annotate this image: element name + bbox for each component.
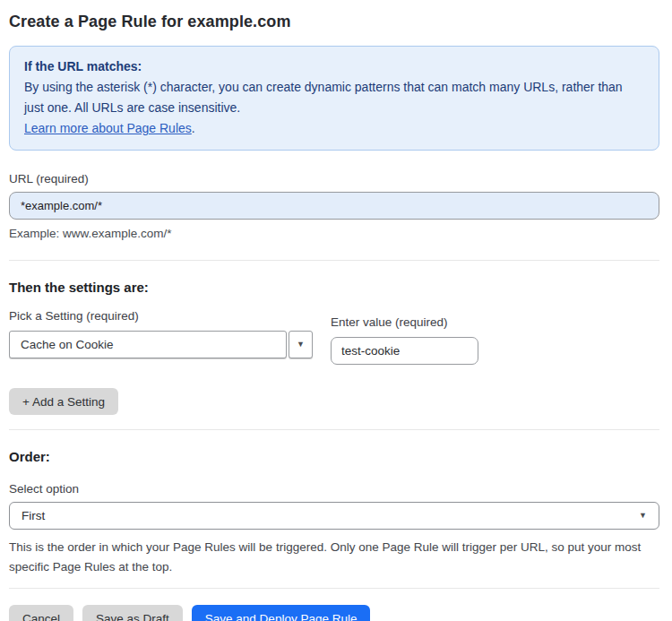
setting-value-column: Enter value (required) [331, 315, 478, 365]
learn-more-link[interactable]: Learn more about Page Rules [24, 121, 192, 135]
order-select-label: Select option [9, 482, 659, 496]
link-suffix: . [192, 121, 195, 135]
order-selected-option: First [22, 509, 45, 522]
chevron-down-icon: ▼ [639, 512, 647, 520]
setting-picker-dropdown[interactable]: Cache on Cookie ▼ [9, 331, 313, 358]
settings-row: Pick a Setting (required) Cache on Cooki… [9, 309, 659, 365]
url-example-text: Example: www.example.com/* [9, 227, 659, 240]
form-actions: Cancel Save as Draft Save and Deploy Pag… [9, 605, 659, 621]
url-match-info-box: If the URL matches: By using the asteris… [9, 46, 659, 151]
order-section-heading: Order: [9, 449, 659, 464]
cancel-button[interactable]: Cancel [9, 605, 73, 621]
info-box-heading: If the URL matches: [24, 56, 644, 77]
info-box-link-line: Learn more about Page Rules. [24, 118, 644, 139]
order-help-text: This is the order in which your Page Rul… [9, 538, 658, 577]
setting-picker-arrow-button[interactable]: ▼ [289, 331, 313, 358]
setting-value-input[interactable] [331, 337, 478, 365]
divider [9, 429, 659, 430]
setting-picker-column: Pick a Setting (required) Cache on Cooki… [9, 309, 313, 365]
divider [9, 260, 659, 261]
url-input[interactable] [9, 192, 659, 220]
add-setting-button[interactable]: + Add a Setting [9, 388, 118, 415]
chevron-down-icon: ▼ [297, 341, 305, 349]
setting-value-label: Enter value (required) [331, 315, 478, 329]
settings-section-heading: Then the settings are: [9, 280, 659, 295]
save-as-draft-button[interactable]: Save as Draft [82, 605, 183, 621]
page-title: Create a Page Rule for example.com [9, 13, 659, 31]
setting-picker-label: Pick a Setting (required) [9, 309, 313, 323]
divider [9, 588, 659, 589]
url-field-label: URL (required) [9, 172, 659, 185]
setting-picker-value[interactable]: Cache on Cookie [9, 331, 287, 358]
info-box-body: By using the asterisk (*) character, you… [24, 77, 644, 118]
page-rule-form: Create a Page Rule for example.com If th… [0, 13, 672, 621]
order-select[interactable]: First ▼ [9, 502, 659, 530]
save-and-deploy-button[interactable]: Save and Deploy Page Rule [192, 605, 371, 621]
